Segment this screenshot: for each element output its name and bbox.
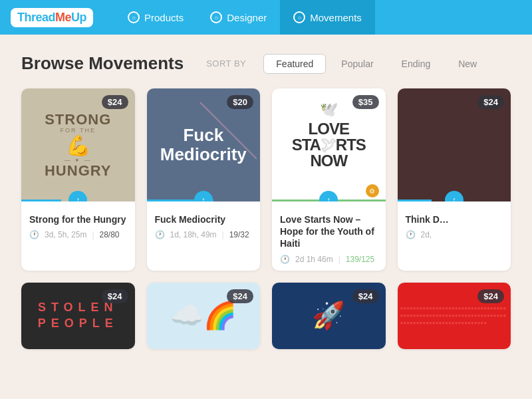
card-pattern-image: ●●●●●●●●●●●●●●●●●●●●●●●●●●●●●●●●●●●●●●●●… [398, 283, 511, 349]
card-rocket-image: 🚀 $24 [272, 283, 386, 349]
card-stolen-price: $24 [102, 289, 128, 303]
card-mediocrity-title: Fuck Mediocrity [155, 213, 253, 225]
card-love-price: $35 [352, 95, 379, 109]
card-pattern-art: ●●●●●●●●●●●●●●●●●●●●●●●●●●●●●●●●●●●●●●●●… [398, 302, 511, 330]
globe-icon-designer: ○ [210, 11, 222, 23]
card-strong-art-icon: 💪 [45, 134, 112, 157]
card-strong-body: Strong for the Hungry 🕐 3d, 5h, 25m | 28… [21, 201, 135, 246]
card-think-meta: 🕐 2d, [406, 230, 503, 239]
card-cloud-image: ☁️🌈 $24 [147, 283, 261, 349]
card-strong-art-top: STRONG [45, 112, 112, 127]
clock-icon-2: 🕐 [155, 230, 165, 239]
card-love: 🕊️ LOVESTA🕊RTSNOW ⚙ $35 ↑ Love Starts No… [272, 88, 386, 271]
sort-ending[interactable]: Ending [389, 54, 444, 74]
card-cloud-art: ☁️🌈 [170, 300, 237, 331]
card-love-image: 🕊️ LOVESTA🕊RTSNOW ⚙ $35 ↑ [272, 88, 386, 201]
sort-label: SORT BY [206, 59, 246, 68]
card-stolen-image: STOLENPEOPLE $24 [21, 283, 135, 349]
card-think-price: $24 [477, 95, 504, 109]
card-pattern: ●●●●●●●●●●●●●●●●●●●●●●●●●●●●●●●●●●●●●●●●… [398, 283, 511, 349]
card-strong-art-sub: FOR THE [45, 127, 112, 134]
globe-icon-movements: ○ [293, 11, 305, 23]
card-mediocrity-body: Fuck Mediocrity 🕐 1d, 18h, 49m | 19/32 [147, 201, 261, 246]
clock-icon-4: 🕐 [406, 230, 416, 239]
card-mediocrity-image: FuckMediocrity $20 ↑ [147, 88, 261, 201]
nav-designer[interactable]: ○ Designer [197, 0, 280, 35]
card-rocket-price: $24 [352, 289, 379, 303]
globe-icon: ○ [128, 11, 140, 23]
clock-icon: 🕐 [29, 230, 39, 239]
card-rocket-art: 🚀 [312, 300, 345, 331]
card-love-badge: ⚙ [366, 184, 379, 198]
card-mediocrity-art: FuckMediocrity [160, 126, 247, 164]
card-strong: STRONG FOR THE 💪 — ✦ — HUNGRY $24 ↑ Stro… [21, 88, 135, 271]
card-love-bird: 🕊️ [320, 101, 338, 118]
card-strong-price: $24 [102, 95, 128, 109]
card-stolen: STOLENPEOPLE $24 [21, 283, 135, 349]
card-strong-image: STRONG FOR THE 💪 — ✦ — HUNGRY $24 ↑ [21, 88, 135, 201]
cards-row1: STRONG FOR THE 💪 — ✦ — HUNGRY $24 ↑ Stro… [21, 88, 511, 271]
card-mediocrity-meta: 🕐 1d, 18h, 49m | 19/32 [155, 230, 253, 239]
page-title: Browse Movements [21, 53, 184, 74]
card-love-meta: 🕐 2d 1h 46m | 139/125 [280, 255, 378, 264]
card-strong-title: Strong for the Hungry [29, 213, 127, 225]
main-content: Browse Movements SORT BY Featured Popula… [0, 35, 532, 349]
card-love-art: LOVESTA🕊RTSNOW [292, 121, 366, 169]
card-cloud: ☁️🌈 $24 [147, 283, 261, 349]
card-pattern-price: $24 [477, 289, 504, 303]
card-think-body: Think D… 🕐 2d, [398, 201, 511, 246]
card-think-title: Think D… [406, 213, 503, 225]
sort-options: Featured Popular Ending New [263, 54, 489, 74]
card-rocket: 🚀 $24 [272, 283, 386, 349]
sort-new[interactable]: New [446, 54, 489, 74]
card-think-image: $24 ↑ [398, 88, 511, 201]
card-strong-art-bottom: HUNGRY [45, 164, 112, 178]
clock-icon-3: 🕐 [280, 255, 290, 264]
card-stolen-art: STOLENPEOPLE [38, 300, 118, 331]
card-think: $24 ↑ Think D… 🕐 2d, [398, 88, 511, 271]
nav-products[interactable]: ○ Products [114, 0, 197, 35]
card-mediocrity-price: $20 [227, 95, 253, 109]
logo[interactable]: ThreadMeUp [11, 8, 93, 27]
main-nav: ThreadMeUp ○ Products ○ Designer ○ Movem… [0, 0, 532, 35]
sort-featured[interactable]: Featured [263, 54, 326, 74]
card-love-title: Love Starts Now – Hope for the Youth of … [280, 213, 378, 250]
nav-movements[interactable]: ○ Movements [280, 0, 375, 35]
browse-header: Browse Movements SORT BY Featured Popula… [21, 53, 511, 74]
card-cloud-price: $24 [227, 289, 253, 303]
card-strong-meta: 🕐 3d, 5h, 25m | 28/80 [29, 230, 127, 239]
cards-row2: STOLENPEOPLE $24 ☁️🌈 $24 🚀 $24 [21, 283, 511, 349]
card-love-body: Love Starts Now – Hope for the Youth of … [272, 201, 386, 271]
sort-popular[interactable]: Popular [329, 54, 386, 74]
card-mediocrity: FuckMediocrity $20 ↑ Fuck Mediocrity 🕐 1… [147, 88, 261, 271]
